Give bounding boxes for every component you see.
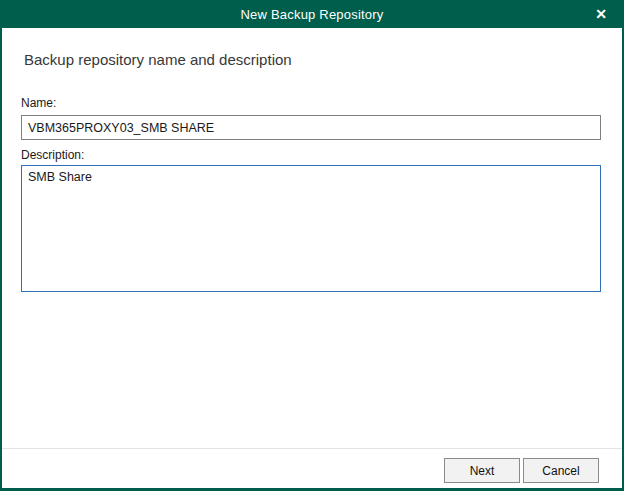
dialog-body: Backup repository name and description N… bbox=[2, 28, 622, 488]
close-icon: ✕ bbox=[595, 6, 607, 22]
name-input[interactable] bbox=[21, 115, 601, 140]
dialog-window: New Backup Repository ✕ Backup repositor… bbox=[0, 0, 624, 491]
description-textarea[interactable]: SMB Share bbox=[21, 165, 601, 292]
name-label: Name: bbox=[21, 96, 56, 110]
title-bar: New Backup Repository ✕ bbox=[0, 0, 624, 28]
cancel-button[interactable]: Cancel bbox=[523, 458, 599, 483]
close-button[interactable]: ✕ bbox=[584, 0, 618, 28]
dialog-title: New Backup Repository bbox=[241, 7, 384, 22]
footer-divider bbox=[2, 448, 622, 449]
description-label: Description: bbox=[21, 148, 84, 162]
next-button[interactable]: Next bbox=[444, 458, 520, 483]
page-title: Backup repository name and description bbox=[24, 51, 292, 68]
